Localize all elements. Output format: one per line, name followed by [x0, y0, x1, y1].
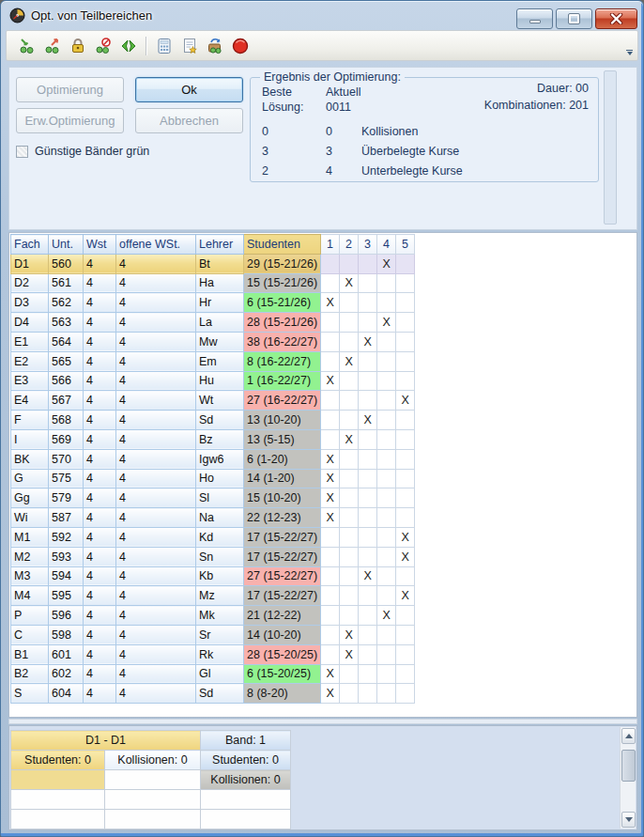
cell-fach[interactable]: B1: [11, 644, 49, 664]
optimierung-button[interactable]: Optimierung: [16, 77, 124, 102]
cell-band-5[interactable]: [396, 429, 415, 449]
cell-band-1[interactable]: [321, 391, 340, 411]
cell-lehrer[interactable]: Em: [196, 351, 244, 371]
cell-wst[interactable]: 4: [84, 606, 116, 626]
cell-studenten[interactable]: 6 (15-21/26): [244, 293, 321, 313]
table-row-F[interactable]: F56844Sd13 (10-20)X: [11, 411, 415, 430]
cell-band-2[interactable]: [340, 488, 359, 508]
cell-unt[interactable]: 564: [49, 332, 84, 351]
cell-wst[interactable]: 4: [84, 429, 116, 449]
cell-fach[interactable]: M2: [11, 547, 49, 566]
table-row-D3[interactable]: D356244Hr6 (15-21/26)X: [11, 293, 415, 313]
cell-offene-wst[interactable]: 4: [116, 508, 196, 528]
cell-wst[interactable]: 4: [84, 508, 116, 528]
cell-band-5[interactable]: [396, 644, 415, 664]
cell-unt[interactable]: 562: [49, 293, 84, 313]
cell-band-4[interactable]: [377, 508, 396, 528]
cell-band-5[interactable]: [396, 664, 415, 684]
minimize-button[interactable]: [516, 8, 553, 29]
horizontal-splitter[interactable]: [8, 719, 637, 724]
cell-fach[interactable]: M3: [11, 566, 49, 586]
cell-offene-wst[interactable]: 4: [116, 469, 196, 488]
cell-unt[interactable]: 592: [49, 527, 84, 547]
column-header-2[interactable]: 2: [340, 235, 359, 255]
cell-band-2[interactable]: [340, 664, 359, 684]
cell-offene-wst[interactable]: 4: [116, 254, 196, 273]
cell-fach[interactable]: BK: [11, 449, 49, 469]
cell-wst[interactable]: 4: [84, 273, 116, 293]
cell-band-3[interactable]: X: [359, 566, 377, 586]
erw-optimierung-button[interactable]: Erw.Optimierung: [16, 108, 124, 133]
cell-band-4[interactable]: [377, 273, 396, 293]
cell-band-4[interactable]: [377, 625, 396, 644]
cell-unt[interactable]: 560: [49, 254, 84, 273]
cell-band-3[interactable]: [359, 293, 377, 313]
cell-unt[interactable]: 604: [49, 684, 84, 704]
cell-band-2[interactable]: X: [340, 625, 359, 644]
cell-band-5[interactable]: [396, 411, 415, 430]
cell-fach[interactable]: M1: [11, 527, 49, 547]
export-courses-icon[interactable]: [39, 33, 65, 58]
cell-band-5[interactable]: X: [396, 527, 415, 547]
cell-offene-wst[interactable]: 4: [116, 449, 196, 469]
cell-unt[interactable]: 596: [49, 606, 84, 626]
maximize-button[interactable]: [556, 8, 592, 29]
cell-band-1[interactable]: X: [321, 293, 340, 313]
cell-band-1[interactable]: X: [321, 508, 340, 528]
scrollbar-thumb[interactable]: [621, 750, 636, 782]
cell-studenten[interactable]: 14 (1-20): [244, 469, 321, 488]
cell-band-5[interactable]: [396, 469, 415, 488]
cell-band-4[interactable]: [377, 469, 396, 488]
table-row-G[interactable]: G57544Ho14 (1-20)X: [11, 469, 415, 488]
cell-offene-wst[interactable]: 4: [116, 586, 196, 606]
detail-scrollbar[interactable]: [620, 727, 636, 829]
cell-band-5[interactable]: [396, 625, 415, 644]
cell-band-1[interactable]: [321, 313, 340, 333]
cell-studenten[interactable]: 27 (16-22/27): [244, 391, 321, 411]
cell-band-5[interactable]: [396, 313, 415, 333]
cell-band-5[interactable]: [396, 508, 415, 528]
cell-offene-wst[interactable]: 4: [116, 371, 196, 391]
cell-fach[interactable]: Gg: [11, 488, 49, 508]
cell-offene-wst[interactable]: 4: [116, 351, 196, 371]
cell-band-3[interactable]: [359, 449, 377, 469]
cell-band-5[interactable]: [396, 606, 415, 626]
cell-band-2[interactable]: [340, 684, 359, 704]
column-header-4[interactable]: 4: [377, 235, 396, 255]
cell-lehrer[interactable]: Mw: [196, 332, 244, 351]
table-row-D4[interactable]: D456344La28 (15-21/26)X: [11, 313, 415, 333]
cell-band-1[interactable]: [321, 566, 340, 586]
cell-unt[interactable]: 567: [49, 391, 84, 411]
cell-lehrer[interactable]: Bt: [196, 254, 244, 273]
cell-studenten[interactable]: 15 (15-21/26): [244, 273, 321, 293]
cell-band-1[interactable]: [321, 429, 340, 449]
cell-studenten[interactable]: 1 (16-22/27): [244, 371, 321, 391]
cell-band-4[interactable]: X: [377, 606, 396, 626]
cell-offene-wst[interactable]: 4: [116, 293, 196, 313]
cell-band-1[interactable]: [321, 351, 340, 371]
cell-wst[interactable]: 4: [84, 449, 116, 469]
cell-studenten[interactable]: 28 (15-20/25): [244, 644, 321, 664]
cell-offene-wst[interactable]: 4: [116, 273, 196, 293]
cell-fach[interactable]: E3: [11, 371, 49, 391]
cell-studenten[interactable]: 21 (12-22): [244, 606, 321, 626]
cell-wst[interactable]: 4: [84, 566, 116, 586]
cell-band-1[interactable]: X: [321, 469, 340, 488]
cell-fach[interactable]: E4: [11, 391, 49, 411]
cell-fach[interactable]: B2: [11, 664, 49, 684]
close-button[interactable]: [595, 8, 637, 29]
cell-band-4[interactable]: [377, 411, 396, 430]
cell-wst[interactable]: 4: [84, 488, 116, 508]
cell-studenten[interactable]: 17 (15-22/27): [244, 586, 321, 606]
cell-band-5[interactable]: [396, 488, 415, 508]
cell-offene-wst[interactable]: 4: [116, 606, 196, 626]
cell-studenten[interactable]: 28 (15-21/26): [244, 313, 321, 333]
cell-fach[interactable]: D2: [11, 273, 49, 293]
cell-lehrer[interactable]: Sd: [196, 411, 244, 430]
cell-lehrer[interactable]: Sd: [196, 684, 244, 704]
cell-band-1[interactable]: X: [321, 449, 340, 469]
table-row-B1[interactable]: B160144Rk28 (15-20/25)X: [11, 644, 415, 664]
cell-wst[interactable]: 4: [84, 469, 116, 488]
cell-band-5[interactable]: [396, 684, 415, 704]
cell-band-2[interactable]: [340, 586, 359, 606]
